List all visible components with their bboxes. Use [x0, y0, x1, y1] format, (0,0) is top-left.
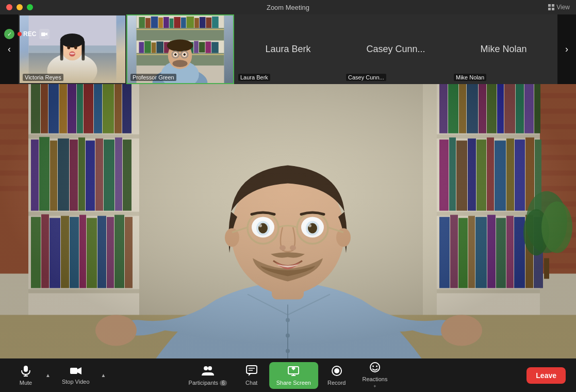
minimize-button[interactable]: [17, 4, 23, 10]
share-screen-label: Share Screen: [276, 380, 311, 386]
share-screen-button[interactable]: Share Screen: [269, 362, 318, 389]
svg-rect-35: [200, 17, 206, 28]
svg-rect-21: [137, 29, 224, 30]
svg-rect-1: [552, 4, 554, 7]
svg-rect-48: [199, 42, 205, 52]
svg-point-17: [70, 53, 75, 55]
toolbar: Mute ▲ Stop Video ▲: [0, 358, 576, 392]
share-screen-icon: [288, 365, 299, 378]
svg-point-58: [174, 53, 177, 56]
svg-rect-2: [548, 8, 551, 10]
svg-rect-13: [81, 41, 85, 61]
chat-button[interactable]: Chat: [236, 362, 267, 389]
mute-chevron[interactable]: ▲: [43, 369, 53, 381]
svg-rect-32: [181, 18, 186, 28]
svg-rect-47: [194, 41, 199, 53]
svg-rect-3: [552, 8, 554, 10]
svg-point-59: [183, 53, 186, 56]
svg-marker-5: [45, 32, 47, 36]
chat-icon: [246, 365, 257, 378]
svg-rect-30: [170, 19, 174, 28]
window-controls: [6, 4, 33, 10]
casey-label: Casey Cunn...: [346, 74, 386, 81]
toolbar-right: Leave: [526, 367, 566, 384]
thumbnail-victoria[interactable]: Victoria Reyes: [19, 14, 126, 84]
main-video-area: [0, 84, 576, 358]
svg-point-14: [67, 46, 70, 50]
svg-point-54: [167, 40, 193, 52]
leave-button[interactable]: Leave: [526, 367, 566, 384]
svg-marker-209: [249, 373, 251, 376]
svg-rect-50: [211, 42, 219, 53]
svg-rect-12: [60, 41, 63, 61]
chat-label: Chat: [245, 380, 257, 386]
svg-point-204: [204, 366, 208, 370]
mike-name: Mike Nolan: [480, 44, 526, 55]
svg-rect-199: [24, 366, 28, 372]
video-icon: [70, 366, 81, 377]
professor-main-video: [0, 84, 576, 358]
app-container: Zoom Meeting View ✓ REC: [0, 0, 576, 392]
svg-rect-28: [158, 18, 163, 28]
svg-rect-202: [70, 368, 77, 374]
svg-rect-34: [194, 18, 199, 28]
svg-rect-41: [156, 41, 163, 53]
svg-point-15: [74, 46, 77, 50]
thumbnail-laura[interactable]: Laura Berk Laura Berk: [234, 14, 342, 84]
svg-rect-39: [144, 41, 151, 53]
svg-point-217: [372, 366, 374, 367]
svg-point-11: [60, 34, 85, 47]
mute-label: Mute: [20, 380, 32, 386]
strip-prev-button[interactable]: ‹: [0, 14, 19, 84]
strip-next-button[interactable]: ›: [557, 14, 576, 84]
svg-rect-26: [145, 18, 151, 28]
camera-icon: [41, 31, 47, 37]
main-video-background: [0, 84, 576, 358]
grid-icon: [548, 4, 554, 10]
camera-status-button[interactable]: [39, 29, 50, 39]
stop-video-button[interactable]: Stop Video: [55, 363, 97, 388]
participants-icon: [202, 365, 214, 378]
svg-point-16: [69, 52, 75, 57]
svg-rect-36: [206, 18, 211, 28]
video-chevron[interactable]: ▲: [99, 369, 108, 381]
record-label: Record: [327, 380, 345, 386]
svg-marker-203: [77, 367, 81, 374]
close-button[interactable]: [6, 4, 12, 10]
mike-label: Mike Nolan: [454, 74, 486, 81]
maximize-button[interactable]: [27, 4, 33, 10]
victoria-video: [20, 15, 125, 83]
svg-rect-49: [206, 41, 211, 53]
svg-rect-27: [151, 17, 158, 28]
svg-rect-31: [174, 17, 180, 28]
view-button[interactable]: View: [548, 4, 570, 11]
svg-rect-0: [548, 4, 551, 7]
recording-badge: REC: [18, 30, 36, 38]
participant-strip: ✓ REC ‹: [0, 14, 576, 84]
svg-point-215: [334, 368, 339, 373]
participants-button[interactable]: Participants 6: [182, 362, 234, 389]
connection-status: ✓: [4, 29, 14, 39]
microphone-icon: [20, 365, 31, 378]
svg-rect-40: [152, 42, 156, 53]
record-button[interactable]: Record: [320, 362, 353, 389]
svg-rect-38: [139, 42, 144, 53]
svg-rect-29: [163, 17, 169, 28]
casey-name: Casey Cunn...: [366, 44, 425, 55]
thumbnail-professor[interactable]: Professor Green: [126, 14, 234, 84]
title-bar: Zoom Meeting View: [0, 0, 576, 14]
reactions-button[interactable]: Reactions +: [355, 358, 394, 392]
strip-thumbnails: Victoria Reyes: [19, 14, 557, 84]
participants-label: Participants 6: [189, 380, 227, 386]
stop-video-label: Stop Video: [62, 379, 90, 385]
thumbnail-mike[interactable]: Mike Nolan Mike Nolan: [450, 14, 557, 84]
record-icon: [331, 365, 342, 378]
thumbnail-casey[interactable]: Casey Cunn... Casey Cunn...: [342, 14, 450, 84]
rec-label: REC: [23, 30, 36, 38]
svg-rect-206: [246, 366, 257, 373]
laura-name: Laura Berk: [265, 44, 310, 55]
rec-dot: [18, 32, 22, 36]
mute-button[interactable]: Mute: [10, 362, 41, 389]
svg-point-205: [208, 366, 212, 370]
status-bar: ✓ REC: [4, 29, 50, 39]
